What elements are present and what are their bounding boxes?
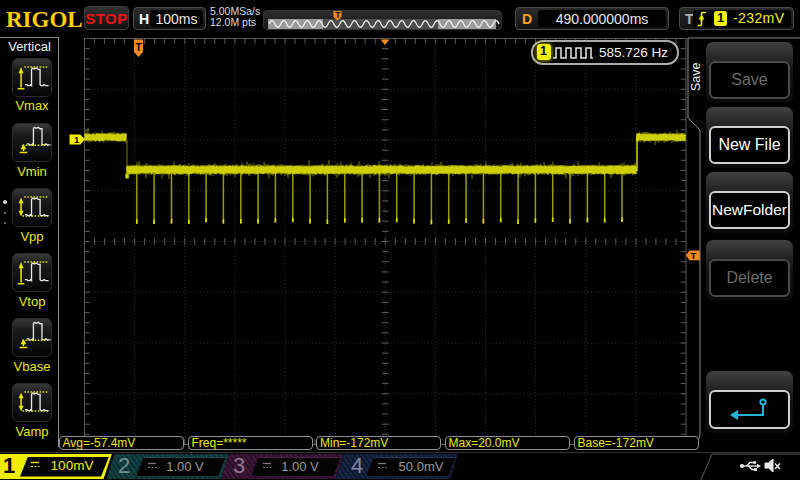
svg-text:1: 1 bbox=[74, 134, 80, 145]
svg-text:T: T bbox=[335, 10, 341, 20]
svg-text:T: T bbox=[136, 42, 142, 53]
